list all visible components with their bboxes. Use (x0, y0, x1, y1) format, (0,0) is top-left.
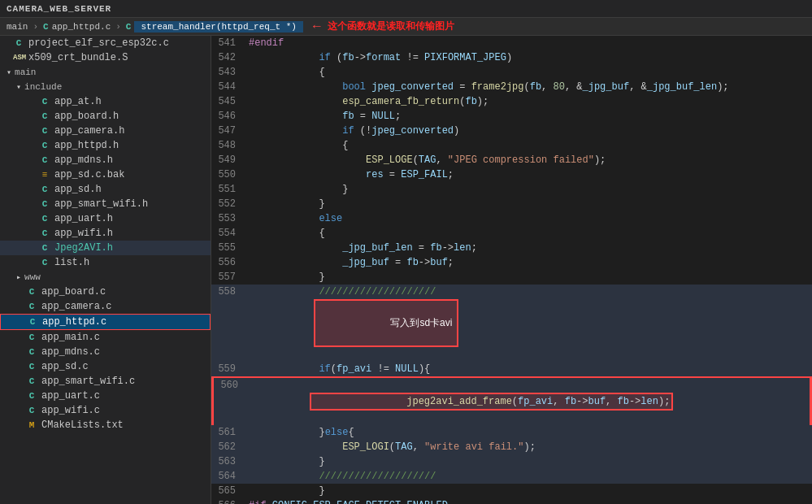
code-scroll[interactable]: 541 #endif 542 if (fb->format != PIXFORM… (211, 36, 812, 504)
sidebar-label: app_sd.c (41, 361, 89, 372)
sidebar-item-app-httpd-c[interactable]: C app_httpd.c (0, 314, 211, 330)
line-number: 549 (211, 153, 245, 167)
sidebar-item-app-wifi-c[interactable]: C app_wifi.c (0, 403, 211, 418)
sidebar-label: app_httpd.h (54, 140, 119, 151)
code-line-549: 549 ESP_LOGE(TAG, "JPEG compression fail… (211, 153, 812, 167)
line-number: 566 (211, 498, 245, 504)
line-number: 564 (211, 469, 245, 484)
code-line-550: 550 res = ESP_FAIL; (211, 167, 812, 182)
line-content: res = ESP_FAIL; (245, 167, 812, 182)
line-content: } (245, 182, 812, 197)
sidebar-label: app_camera.h (54, 125, 124, 137)
m-icon: M (26, 420, 37, 430)
code-line-563: 563 } (211, 454, 812, 469)
sidebar-item-app-camera-c[interactable]: C app_camera.c (0, 299, 211, 314)
c-icon: C (39, 243, 50, 253)
sidebar-label: app_wifi.h (54, 228, 113, 239)
sidebar-item-include-folder[interactable]: include (0, 80, 211, 94)
sidebar-item-app-mdns-c[interactable]: C app_mdns.c (0, 345, 211, 359)
eq-icon: ≡ (39, 170, 50, 180)
code-line-564: 564 //////////////////// (211, 469, 812, 484)
sidebar-item-x509[interactable]: ASM x509_crt_bundle.S (0, 50, 211, 65)
breadcrumb-icon-c2: C (126, 22, 132, 32)
sidebar-item-jpeg2avi-h[interactable]: C Jpeg2AVI.h (0, 241, 211, 255)
sidebar-item-app-sd-c[interactable]: C app_sd.c (0, 359, 211, 374)
c-icon: C (26, 391, 37, 401)
top-bar-title: CAMERA_WEB_SERVER (7, 4, 111, 14)
c-icon: C (26, 376, 37, 386)
breadcrumb: main › C app_httpd.c › C stream_handler(… (0, 18, 812, 36)
sidebar-item-main-folder[interactable]: main (0, 65, 211, 80)
line-number: 542 (211, 50, 245, 65)
line-content: if (fb->format != PIXFORMAT_JPEG) (245, 50, 812, 65)
line-content: jpeg2avi_add_frame(fp_avi, fb->buf, fb->… (248, 378, 810, 425)
main-layout: C project_elf_src_esp32c.c ASM x509_crt_… (0, 36, 812, 504)
sidebar-item-app-httpd-h[interactable]: C app_httpd.h (0, 138, 211, 153)
code-line-554: 554 { (211, 226, 812, 241)
sidebar-label: app_uart.c (41, 390, 100, 402)
line-number: 541 (211, 36, 245, 50)
line-number: 546 (211, 109, 245, 124)
line-content: { (245, 138, 812, 153)
code-line-553: 553 else (211, 211, 812, 226)
code-line-544: 544 bool jpeg_converted = frame2jpg(fb, … (211, 80, 812, 94)
sidebar-item-app-smart-wifi-c[interactable]: C app_smart_wifi.c (0, 374, 211, 389)
line-number: 550 (211, 167, 245, 182)
sidebar-item-app-sd-h[interactable]: C app_sd.h (0, 182, 211, 197)
code-line-551: 551 } (211, 182, 812, 197)
sidebar-item-app-smart-wifi-h[interactable]: C app_smart_wifi.h (0, 197, 211, 211)
breadcrumb-main[interactable]: main (7, 22, 28, 32)
top-bar: CAMERA_WEB_SERVER (0, 0, 812, 18)
sidebar[interactable]: C project_elf_src_esp32c.c ASM x509_crt_… (0, 36, 211, 504)
sidebar-item-app-camera-h[interactable]: C app_camera.h (0, 124, 211, 138)
sidebar-item-app-wifi-h[interactable]: C app_wifi.h (0, 226, 211, 241)
sidebar-item-app-board-c[interactable]: C app_board.c (0, 285, 211, 299)
line-number: 561 (211, 425, 245, 440)
sidebar-item-www-folder[interactable]: www (0, 270, 211, 285)
sidebar-item-app-main-c[interactable]: C app_main.c (0, 330, 211, 345)
line-content: ESP_LOGE(TAG, "JPEG compression failed")… (245, 153, 812, 167)
line-number: 553 (211, 211, 245, 226)
line-content: fb = NULL; (245, 109, 812, 124)
line-content: if(fp_avi != NULL){ (245, 362, 812, 376)
sidebar-item-app-mdns-h[interactable]: C app_mdns.h (0, 153, 211, 167)
sidebar-item-list-h[interactable]: C list.h (0, 255, 211, 270)
code-line-565: 565 } (211, 484, 812, 498)
line-number: 554 (211, 226, 245, 241)
code-line-557: 557 } (211, 270, 812, 285)
line-number: 563 (211, 454, 245, 469)
line-content: #if CONFIG_ESP_FACE_DETECT_ENABLED (245, 498, 812, 504)
sidebar-label: app_camera.c (41, 301, 111, 312)
folder-arrow (16, 272, 21, 282)
sidebar-item-app-board-h[interactable]: C app_board.h (0, 109, 211, 124)
c-icon: C (26, 302, 37, 311)
c-icon: C (39, 228, 50, 238)
breadcrumb-func[interactable]: stream_handler(httpd_req_t *) (134, 21, 302, 33)
sidebar-item-app-sd-bak[interactable]: ≡ app_sd.c.bak (0, 167, 211, 182)
c-icon: C (39, 126, 50, 136)
code-line-561: 561 }else{ (211, 425, 812, 440)
sidebar-item-app-uart-c[interactable]: C app_uart.c (0, 389, 211, 403)
line-content: { (245, 226, 812, 241)
sidebar-label: app_board.h (54, 111, 119, 122)
code-line-541: 541 #endif (211, 36, 812, 50)
sidebar-item-app-at-h[interactable]: C app_at.h (0, 94, 211, 109)
sidebar-label: Jpeg2AVI.h (54, 242, 113, 254)
code-line-560: 560 jpeg2avi_add_frame(fp_avi, fb->buf, … (211, 376, 812, 425)
line-number: 559 (211, 362, 245, 376)
breadcrumb-annotation: 这个函数就是读取和传输图片 (328, 20, 454, 33)
line-number: 562 (211, 440, 245, 454)
sidebar-item-project-elf[interactable]: C project_elf_src_esp32c.c (0, 36, 211, 50)
sidebar-item-cmake[interactable]: M CMakeLists.txt (0, 418, 211, 432)
line-content: esp_camera_fb_return(fb); (245, 94, 812, 109)
breadcrumb-file1[interactable]: app_httpd.c (52, 22, 111, 32)
breadcrumb-sep2: › (115, 22, 121, 32)
c-icon: C (26, 406, 37, 415)
annotation-sd-avi: 写入到sd卡avi (390, 317, 452, 328)
line-content: _jpg_buf_len = fb->len; (245, 241, 812, 255)
sidebar-label: app_main.c (41, 332, 100, 343)
sidebar-label: x509_crt_bundle.S (28, 52, 128, 63)
c-icon: C (26, 332, 37, 342)
sidebar-item-app-uart-h[interactable]: C app_uart.h (0, 211, 211, 226)
code-area: 541 #endif 542 if (fb->format != PIXFORM… (211, 36, 812, 504)
